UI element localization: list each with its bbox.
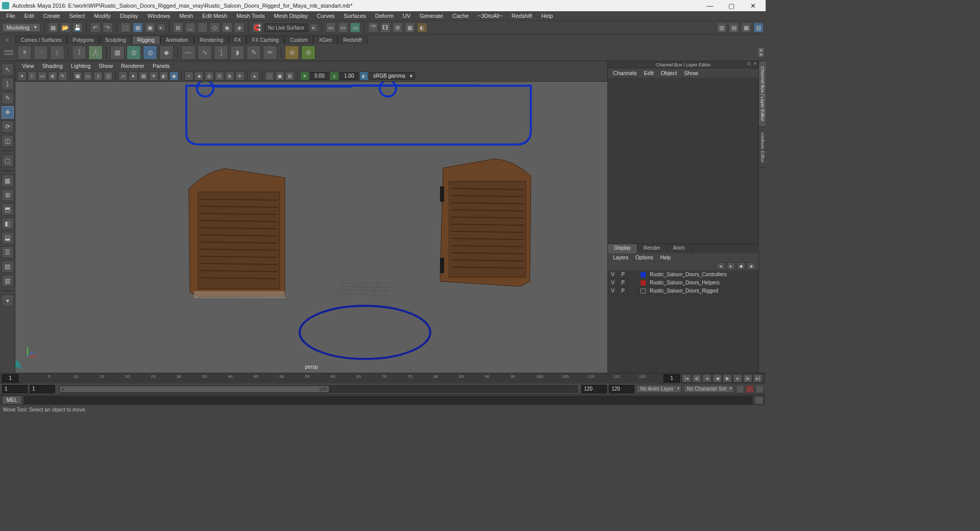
new-scene-icon[interactable]: ▦ — [48, 22, 58, 33]
select-expand-icon[interactable]: ▸ — [157, 23, 165, 32]
layout-single-icon[interactable]: ▦ — [2, 175, 14, 187]
menu-help[interactable]: Help — [537, 13, 557, 19]
layer-new-empty-icon[interactable]: ◆ — [737, 262, 745, 270]
menu-select[interactable]: Select — [65, 13, 89, 19]
shelf-tab-redshift[interactable]: Redshift — [337, 36, 368, 44]
layer-row[interactable]: VPRustic_Saloon_Doors_Rigged — [608, 287, 758, 295]
layer-playback-cell[interactable]: P — [618, 279, 628, 286]
color-mgmt-icon[interactable]: ◐ — [359, 71, 369, 81]
shelf-wire-icon[interactable]: ⟆ — [214, 45, 228, 60]
layer-menu-help[interactable]: Help — [657, 255, 674, 260]
shelf-skin-smooth-icon[interactable]: ◍ — [143, 45, 157, 60]
shadows-icon[interactable]: ◐ — [159, 71, 168, 81]
image-plane-icon[interactable]: ▭ — [38, 71, 47, 81]
scale-tool-icon[interactable]: ◫ — [2, 135, 14, 147]
layer-tab-anim[interactable]: Anim — [667, 244, 692, 253]
gate-mask-icon[interactable]: ◫ — [104, 71, 113, 81]
sidebar-toggle-2-icon[interactable]: ▤ — [729, 22, 739, 33]
menu-uv[interactable]: UV — [399, 13, 414, 19]
shelf-tab-rendering[interactable]: Rendering — [194, 36, 229, 44]
use-lights-icon[interactable]: ☀ — [149, 71, 158, 81]
viewport-persp[interactable]: persp — [15, 82, 607, 373]
range-inner-start-field[interactable]: 1 — [30, 385, 55, 393]
menu-display[interactable]: Display — [116, 13, 142, 19]
cb-close-icon[interactable]: ✕ — [752, 61, 757, 66]
grease-pencil-icon[interactable]: ✎ — [58, 71, 67, 81]
dof-icon[interactable]: ◎ — [205, 71, 214, 81]
panel-menu-shading[interactable]: Shading — [39, 63, 66, 69]
smooth-shade-icon[interactable]: ● — [129, 71, 138, 81]
shelf-tab-fx[interactable]: FX — [229, 36, 247, 44]
motion-blur-icon[interactable]: ≈ — [184, 71, 193, 81]
xray-joints-icon[interactable]: ✳ — [235, 71, 244, 81]
set-key-icon[interactable] — [746, 385, 754, 393]
layer-visible-cell[interactable]: V — [608, 271, 618, 278]
view-transform-dropdown[interactable]: sRGB gamma — [370, 72, 415, 80]
isolate-icon[interactable]: ⊙ — [215, 71, 224, 81]
shelf-tab-rigging[interactable]: Rigging — [132, 36, 160, 44]
layer-color-swatch[interactable] — [641, 288, 646, 294]
snap-center-icon[interactable]: ◉ — [222, 22, 232, 33]
play-back-icon[interactable]: ◀ — [713, 374, 722, 382]
time-ruler[interactable]: 5101520253035404550556065707580859095100… — [22, 373, 659, 383]
menu-file[interactable]: File — [2, 13, 19, 19]
aa-icon[interactable]: ◈ — [194, 71, 204, 81]
layer-menu-options[interactable]: Options — [632, 255, 656, 260]
open-scene-icon[interactable]: 📂 — [60, 22, 70, 33]
cb-pin-icon[interactable]: ⊡ — [746, 61, 751, 66]
shelf-soft-mod-icon[interactable]: ◗ — [230, 45, 244, 60]
isolate-toggle-icon[interactable]: ▣ — [275, 71, 284, 81]
exposure-icon[interactable]: ☀ — [300, 71, 309, 81]
render-layer-icon[interactable]: ◐ — [417, 22, 427, 33]
exposure-field[interactable]: 0.00 — [310, 72, 329, 80]
cb-menu-show[interactable]: Show — [681, 70, 701, 76]
ipr-render-icon[interactable]: 🎞 — [380, 22, 390, 33]
sidebar-toggle-4-icon[interactable]: ▧ — [753, 22, 764, 33]
shelf-lattice-icon[interactable]: ▦ — [110, 45, 125, 60]
render-view-icon[interactable]: ▦ — [405, 22, 415, 33]
last-tool-icon[interactable]: ▢ — [2, 155, 14, 167]
shelf-joint-insert-icon[interactable]: ⟋ — [34, 45, 48, 60]
step-forward-icon[interactable]: ▸ — [733, 374, 742, 382]
shelf-menu-icon[interactable]: ≡ — [2, 36, 12, 44]
layer-tab-display[interactable]: Display — [608, 244, 638, 253]
panel-menu-view[interactable]: View — [18, 63, 38, 69]
wireframe-icon[interactable]: ▱ — [118, 71, 128, 81]
range-start-field[interactable]: 1 — [2, 385, 28, 393]
resolution-gate-icon[interactable]: ▯ — [93, 71, 103, 81]
construct-history-toggle-icon[interactable]: ▭ — [350, 22, 360, 33]
shelf-tab-polygons[interactable]: Polygons — [67, 36, 99, 44]
shelf-nonlinear-icon[interactable]: ✎ — [247, 45, 261, 60]
construct-history-icon[interactable]: ▭ — [326, 22, 336, 33]
snap-plane-icon[interactable]: ◇ — [210, 22, 220, 33]
make-live-icon[interactable]: 🧲 — [252, 22, 262, 33]
range-handle[interactable]: 1120 — [60, 386, 329, 392]
layer-type-cell[interactable] — [628, 271, 639, 278]
shelf-tab-xgen[interactable]: XGen — [313, 36, 338, 44]
2d-pan-icon[interactable]: ⊕ — [48, 71, 57, 81]
panel-menu-renderer[interactable]: Renderer — [117, 63, 148, 69]
vtab-attribute-editor[interactable]: Attribute Editor — [759, 127, 766, 168]
shelf-scroll[interactable]: ▴▾ — [758, 48, 764, 57]
shelf-ik-handle-icon[interactable]: ⤴ — [72, 45, 86, 60]
menu-generate[interactable]: Generate — [415, 13, 447, 19]
gamma-field[interactable]: 1.00 — [340, 72, 358, 80]
shelf-blend-shape-icon[interactable]: — — [181, 45, 195, 60]
step-forward-key-icon[interactable]: |▸ — [743, 374, 752, 382]
snap-curve-icon[interactable]: ◡ — [185, 22, 195, 33]
render-frame-icon[interactable]: 🎬 — [368, 22, 378, 33]
layer-type-cell[interactable] — [628, 287, 639, 295]
snap-live-icon[interactable]: ◈ — [234, 22, 244, 33]
layer-move-up-icon[interactable]: ◂ — [717, 262, 725, 270]
textured-icon[interactable]: ▨ — [139, 71, 148, 81]
layer-row[interactable]: VPRustic_Saloon_Doors_Controllers — [608, 271, 758, 279]
go-start-icon[interactable]: |◂ — [682, 374, 691, 382]
minimize-button[interactable]: — — [702, 2, 718, 10]
layer-color-swatch[interactable] — [641, 272, 646, 277]
redo-icon[interactable]: ↷ — [103, 22, 113, 33]
grid-icon[interactable]: ▦ — [73, 71, 82, 81]
shelf-ik-spline-icon[interactable]: 人 — [88, 45, 103, 60]
save-scene-icon[interactable]: 💾 — [72, 22, 83, 33]
layer-new-selected-icon[interactable]: ◈ — [747, 262, 755, 270]
shelf-wrap-icon[interactable]: ∿ — [198, 45, 212, 60]
